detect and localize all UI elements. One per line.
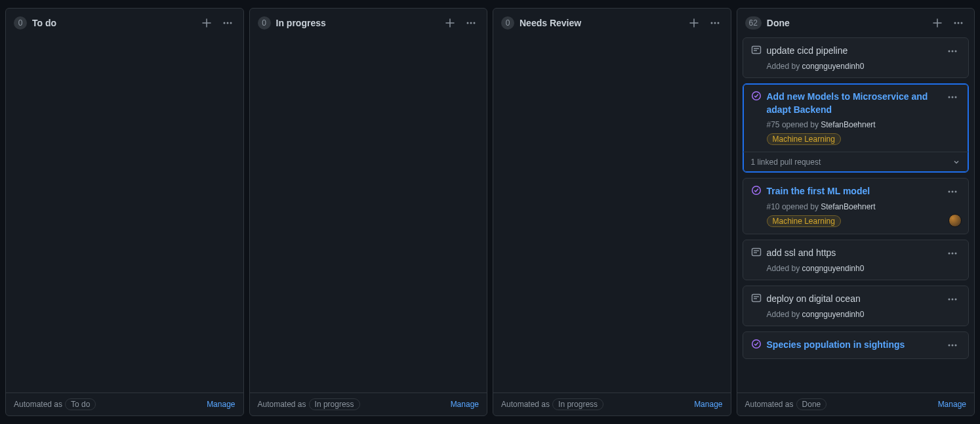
svg-point-20 [952,96,954,98]
svg-rect-26 [752,249,760,256]
plus-icon [932,18,943,28]
count-badge: 0 [501,16,514,30]
svg-point-19 [949,96,950,98]
svg-point-23 [949,191,950,193]
column-header: 62 Done [737,9,975,37]
kebab-icon [947,186,958,197]
issue-closed-icon [751,339,762,349]
svg-point-39 [949,345,950,347]
kanban-board: 0 To do Automated as To do Manage 0 In p… [5,8,975,416]
card-note[interactable]: deploy on digital ocean Added by congngu… [743,286,970,326]
column-footer: Automated as Done Manage [737,392,975,415]
add-card-button[interactable] [686,15,702,31]
automated-prefix: Automated as [501,400,550,409]
svg-point-37 [955,299,957,301]
svg-point-35 [949,299,950,301]
kebab-icon [947,92,958,102]
issue-ref: #10 [767,202,780,211]
label-chip[interactable]: Machine Learning [767,215,841,227]
card-note[interactable]: add ssl and https Added by congnguyendin… [743,240,970,280]
column-title: In progress [276,18,438,28]
added-by-user: congnguyendinh0 [802,310,865,319]
card-menu-button[interactable] [945,293,960,306]
manage-link[interactable]: Manage [694,400,722,409]
issue-closed-icon [751,91,762,101]
automated-label: In progress [552,398,603,410]
automated-prefix: Automated as [745,400,794,409]
issue-ref: #75 [767,120,780,129]
kebab-icon [947,340,958,350]
column-in-progress: 0 In progress Automated as In progress M… [249,8,488,416]
card-menu-button[interactable] [945,91,960,104]
column-body[interactable] [250,37,487,392]
svg-point-9 [954,22,956,24]
svg-point-36 [952,299,954,301]
svg-point-2 [230,22,232,24]
column-todo: 0 To do Automated as To do Manage [5,8,244,416]
svg-point-10 [958,22,960,24]
card-issue[interactable]: Species population in sightings [743,331,970,359]
manage-link[interactable]: Manage [451,400,479,409]
card-note[interactable]: update cicd pipeline Added by congnguyen… [743,37,970,78]
column-header: 0 In progress [250,9,487,37]
svg-point-5 [474,22,476,24]
column-menu-button[interactable] [707,15,723,31]
label-chip[interactable]: Machine Learning [767,133,841,145]
opened-text: opened by [782,120,819,129]
card-title: deploy on digital ocean [767,293,940,306]
column-header: 0 To do [6,9,243,37]
kebab-icon [222,18,233,28]
kebab-icon [953,18,964,28]
added-by-user: congnguyendinh0 [802,62,865,71]
card-title: update cicd pipeline [767,45,940,58]
column-body[interactable] [493,37,731,392]
svg-point-31 [955,253,957,255]
svg-point-24 [952,191,954,193]
column-menu-button[interactable] [220,15,235,31]
svg-point-11 [961,22,963,24]
card-menu-button[interactable] [945,45,960,58]
automated-label: Done [796,398,827,410]
kebab-icon [710,18,720,28]
svg-point-40 [952,345,954,347]
added-by-prefix: Added by [767,310,800,319]
added-by-prefix: Added by [767,62,800,71]
column-body[interactable] [6,37,243,392]
plus-icon [201,18,212,28]
card-menu-button[interactable] [945,247,960,260]
card-issue[interactable]: Train the first ML model #10 opened by S… [743,178,970,234]
added-by-prefix: Added by [767,264,800,273]
column-title: Done [767,18,924,28]
card-title: add ssl and https [767,247,940,260]
column-body[interactable]: update cicd pipeline Added by congnguyen… [737,37,975,392]
column-menu-button[interactable] [950,15,966,31]
svg-point-7 [714,22,716,24]
card-menu-button[interactable] [945,339,960,352]
manage-link[interactable]: Manage [938,400,966,409]
svg-point-41 [955,345,957,347]
automated-label: To do [65,398,96,410]
add-card-button[interactable] [199,15,214,31]
linked-pr-toggle[interactable]: 1 linked pull request [743,152,969,172]
card-title-link[interactable]: Train the first ML model [767,185,940,198]
count-badge: 62 [745,16,762,30]
card-menu-button[interactable] [945,185,960,198]
column-done: 62 Done update cicd pipeline [737,8,975,416]
svg-point-3 [467,22,469,24]
add-card-button[interactable] [442,15,458,31]
svg-rect-12 [752,47,760,54]
svg-point-0 [223,22,225,24]
add-card-button[interactable] [929,15,945,31]
svg-point-21 [955,96,957,98]
svg-point-30 [952,253,954,255]
manage-link[interactable]: Manage [207,400,235,409]
svg-point-6 [710,22,712,24]
card-title-link[interactable]: Species population in sightings [767,339,940,352]
svg-point-1 [226,22,228,24]
column-needs-review: 0 Needs Review Automated as In progress … [493,8,731,416]
svg-point-25 [955,191,957,193]
card-title-link[interactable]: Add new Models to Microservice and adapt… [767,91,940,116]
card-issue[interactable]: Add new Models to Microservice and adapt… [743,83,970,173]
column-menu-button[interactable] [463,15,479,31]
issue-closed-icon [751,185,762,196]
